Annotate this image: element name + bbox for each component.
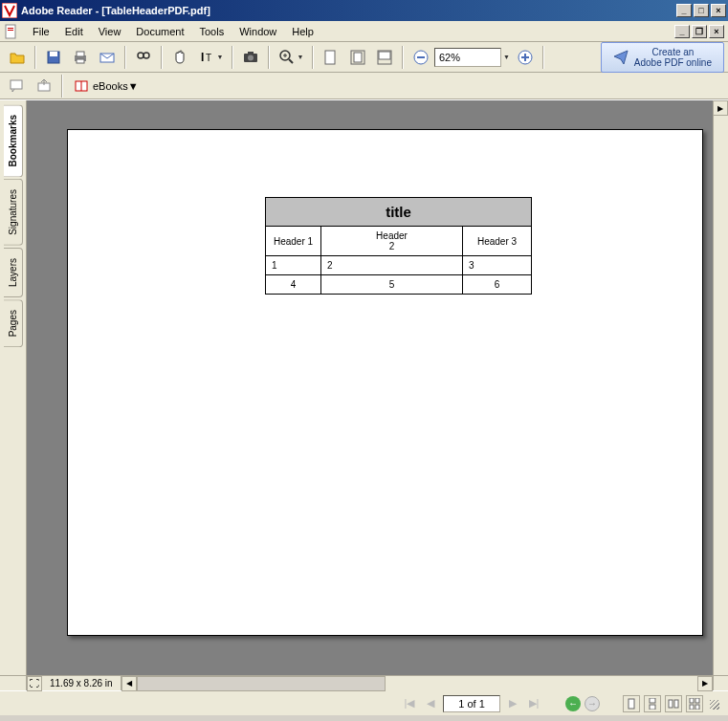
pdf-page: title Header 1 Header2 Header 3 1 2 3 4 … xyxy=(67,129,703,636)
print-button[interactable] xyxy=(67,45,94,70)
chevron-down-icon: ▼ xyxy=(128,80,139,92)
toolbar-separator xyxy=(34,46,36,69)
main-toolbar: IT▼ ▼ ▼ Create anAdobe PDF online xyxy=(0,42,728,73)
page-dimensions: 11.69 x 8.26 in xyxy=(42,676,121,690)
hand-tool-button[interactable] xyxy=(166,45,193,70)
svg-rect-8 xyxy=(77,59,84,63)
table-header: Header2 xyxy=(321,227,463,256)
hscroll-track[interactable] xyxy=(137,676,697,691)
mdi-minimize-button[interactable]: _ xyxy=(674,25,690,38)
resize-grip[interactable] xyxy=(707,697,720,710)
toolbar-separator xyxy=(312,46,314,69)
document-area[interactable]: ▶ title Header 1 Header2 Header 3 1 2 3 … xyxy=(27,100,728,675)
previous-page-button[interactable]: ◀ xyxy=(422,695,439,712)
svg-rect-38 xyxy=(650,705,655,710)
toolbar-separator xyxy=(124,46,126,69)
fit-page-button[interactable] xyxy=(344,45,371,70)
secondary-toolbar: eBooks ▼ xyxy=(0,73,728,99)
page-number-field[interactable] xyxy=(443,695,500,712)
promo-text: Create anAdobe PDF online xyxy=(634,47,712,68)
tab-layers[interactable]: Layers xyxy=(4,248,23,297)
svg-rect-5 xyxy=(50,52,57,56)
svg-rect-7 xyxy=(77,52,84,56)
svg-line-19 xyxy=(289,59,293,63)
svg-rect-40 xyxy=(674,700,678,708)
menu-bar: File Edit View Document Tools Window Hel… xyxy=(0,21,728,42)
window-titlebar: Adobe Reader - [TableHeaderPDF.pdf] _ □ … xyxy=(0,0,728,21)
zoom-in-button[interactable]: ▼ xyxy=(274,45,308,70)
next-page-button[interactable]: ▶ xyxy=(504,695,521,712)
previous-view-button[interactable]: ← xyxy=(565,696,581,711)
continuous-facing-view-button[interactable] xyxy=(686,695,703,712)
maximize-button[interactable]: □ xyxy=(694,4,709,17)
menu-edit[interactable]: Edit xyxy=(57,24,91,39)
hscroll-thumb[interactable] xyxy=(137,676,386,691)
menu-tools[interactable]: Tools xyxy=(192,24,232,39)
svg-rect-36 xyxy=(629,699,634,709)
fit-width-button[interactable] xyxy=(371,45,398,70)
table-row: 1 2 3 xyxy=(266,256,532,275)
svg-rect-26 xyxy=(379,52,390,59)
page-dims-icon[interactable]: ⛶ xyxy=(27,676,42,691)
zoom-in-circle-button[interactable] xyxy=(512,45,539,70)
svg-rect-3 xyxy=(8,30,13,31)
ebooks-icon xyxy=(74,78,89,94)
toolbar-separator xyxy=(232,46,233,69)
facing-view-button[interactable] xyxy=(665,695,682,712)
tab-signatures[interactable]: Signatures xyxy=(4,179,23,246)
first-page-button[interactable]: |◀ xyxy=(401,695,418,712)
svg-rect-17 xyxy=(248,52,254,55)
mdi-restore-button[interactable]: ❐ xyxy=(692,25,707,38)
toolbar-separator xyxy=(402,46,404,69)
tab-pages[interactable]: Pages xyxy=(4,299,23,347)
toolbar-separator xyxy=(542,46,544,69)
hscroll-left-button[interactable]: ◀ xyxy=(121,676,137,691)
navigation-pane: Bookmarks Signatures Layers Pages xyxy=(0,100,27,675)
save-button[interactable] xyxy=(40,45,67,70)
svg-point-16 xyxy=(248,55,254,60)
svg-rect-24 xyxy=(354,53,362,62)
email-button[interactable] xyxy=(94,45,121,70)
actual-size-button[interactable] xyxy=(318,45,344,70)
menu-window[interactable]: Window xyxy=(232,24,284,39)
svg-rect-1 xyxy=(6,25,15,38)
menu-document[interactable]: Document xyxy=(128,24,191,39)
tab-bookmarks[interactable]: Bookmarks xyxy=(4,104,23,177)
review-upload-button[interactable] xyxy=(31,74,57,98)
zoom-out-button[interactable] xyxy=(408,45,434,70)
ebooks-button[interactable]: eBooks ▼ xyxy=(67,76,145,97)
table-title: title xyxy=(266,198,532,227)
scroll-corner-button[interactable]: ▶ xyxy=(713,100,728,116)
svg-rect-43 xyxy=(690,705,694,710)
window-title: Adobe Reader - [TableHeaderPDF.pdf] xyxy=(21,5,676,16)
create-pdf-online-button[interactable]: Create anAdobe PDF online xyxy=(601,42,724,73)
app-icon xyxy=(2,3,17,18)
review-comments-button[interactable] xyxy=(4,74,31,98)
menu-help[interactable]: Help xyxy=(284,24,321,39)
vertical-scrollbar[interactable] xyxy=(713,116,728,675)
horizontal-scroll-row: ⛶ 11.69 x 8.26 in ◀ ▶ xyxy=(0,675,728,690)
select-text-tool-button[interactable]: IT▼ xyxy=(193,45,228,70)
next-view-button[interactable]: → xyxy=(585,696,600,711)
toolbar-separator xyxy=(161,46,163,69)
minimize-button[interactable]: _ xyxy=(676,4,692,17)
last-page-button[interactable]: ▶| xyxy=(525,695,542,712)
continuous-view-button[interactable] xyxy=(644,695,661,712)
svg-rect-2 xyxy=(8,28,13,29)
search-button[interactable] xyxy=(130,45,157,70)
zoom-field[interactable] xyxy=(434,48,501,67)
open-button[interactable] xyxy=(4,45,31,70)
mdi-close-button[interactable]: × xyxy=(709,25,724,38)
menu-view[interactable]: View xyxy=(91,24,129,39)
svg-text:T: T xyxy=(206,53,211,63)
toolbar-separator xyxy=(268,46,270,69)
single-page-view-button[interactable] xyxy=(623,695,640,712)
hscroll-right-button[interactable]: ▶ xyxy=(697,676,713,691)
menu-file[interactable]: File xyxy=(25,24,57,39)
zoom-dropdown[interactable]: ▼ xyxy=(501,54,512,60)
svg-rect-42 xyxy=(695,698,699,703)
snapshot-tool-button[interactable] xyxy=(237,45,264,70)
svg-rect-37 xyxy=(650,698,655,703)
table-row: 4 5 6 xyxy=(266,275,532,295)
close-button[interactable]: × xyxy=(711,4,726,17)
